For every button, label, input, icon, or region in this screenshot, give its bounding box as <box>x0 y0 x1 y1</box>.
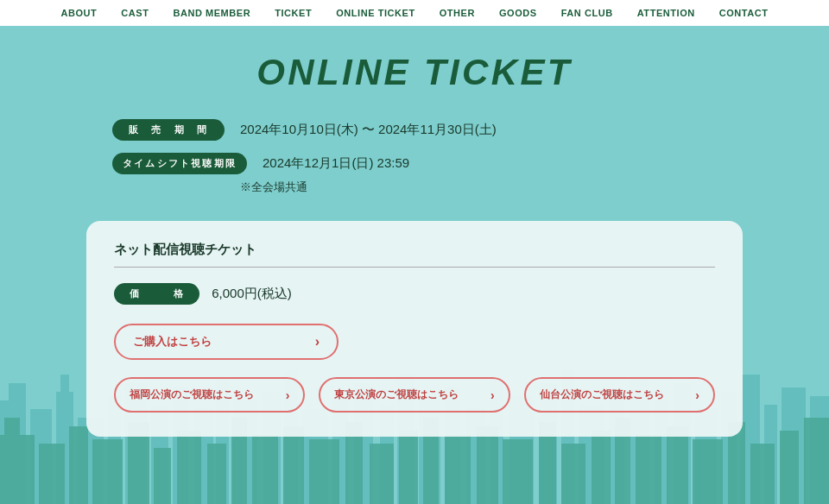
svg-rect-56 <box>477 426 498 504</box>
nav-other[interactable]: OTHER <box>440 8 475 18</box>
sale-period-value: 2024年10月10日(木) 〜 2024年11月30日(土) <box>240 122 497 138</box>
svg-rect-38 <box>0 435 35 504</box>
svg-rect-52 <box>370 444 394 504</box>
timeshift-value: 2024年12月1日(日) 23:59 <box>263 155 409 172</box>
price-label: 価 格 <box>114 283 199 305</box>
svg-rect-63 <box>667 426 688 504</box>
price-row: 価 格 6,000円(税込) <box>114 283 715 305</box>
nav-contact[interactable]: CONTACT <box>719 8 769 18</box>
info-section: 販 売 期 間 2024年10月10日(木) 〜 2024年11月30日(土) … <box>112 119 717 204</box>
venue-sendai-label: 仙台公演のご視聴はこちら <box>540 387 664 402</box>
venue-button-sendai[interactable]: 仙台公演のご視聴はこちら › <box>524 377 715 413</box>
price-value: 6,000円(税込) <box>212 286 292 302</box>
chevron-right-icon-fukuoka: › <box>286 388 290 402</box>
venue-button-fukuoka[interactable]: 福岡公演のご視聴はこちら › <box>114 377 305 413</box>
svg-rect-42 <box>92 439 123 504</box>
svg-rect-53 <box>399 431 418 504</box>
svg-rect-55 <box>445 435 471 504</box>
svg-rect-64 <box>693 439 723 504</box>
nav-online-ticket[interactable]: ONLINE TICKET <box>336 8 414 18</box>
nav-cast[interactable]: CAST <box>121 8 149 18</box>
svg-rect-66 <box>750 444 775 504</box>
svg-rect-41 <box>69 426 88 504</box>
svg-rect-46 <box>207 444 226 504</box>
navbar: ABOUT CAST BAND MEMBER TICKET ONLINE TIC… <box>0 0 829 26</box>
svg-rect-48 <box>252 435 278 504</box>
venue-fukuoka-label: 福岡公演のご視聴はこちら <box>130 387 254 402</box>
svg-rect-60 <box>592 431 611 504</box>
chevron-right-icon-tokyo: › <box>490 388 495 402</box>
nav-about[interactable]: ABOUT <box>60 8 97 18</box>
chevron-right-icon: › <box>315 334 320 350</box>
venue-buttons: 福岡公演のご視聴はこちら › 東京公演のご視聴はこちら › 仙台公演のご視聴はこ… <box>114 377 715 413</box>
chevron-right-icon-sendai: › <box>695 388 699 402</box>
sale-period-row: 販 売 期 間 2024年10月10日(木) 〜 2024年11月30日(土) <box>112 119 717 141</box>
purchase-button-label: ご購入はこちら <box>133 334 212 350</box>
purchase-button[interactable]: ご購入はこちら › <box>114 324 339 360</box>
venue-button-tokyo[interactable]: 東京公演のご視聴はこちら › <box>319 377 509 413</box>
nav-band-member[interactable]: BAND MEMBER <box>173 8 250 18</box>
svg-rect-57 <box>503 439 533 504</box>
ticket-card-title: ネット配信視聴チケット <box>114 242 715 268</box>
main-content: ONLINE TICKET 販 売 期 間 2024年10月10日(木) 〜 2… <box>0 26 829 437</box>
svg-rect-49 <box>283 426 304 504</box>
nav-attention[interactable]: ATTENTION <box>637 8 695 18</box>
svg-rect-62 <box>636 435 661 504</box>
ticket-card: ネット配信視聴チケット 価 格 6,000円(税込) ご購入はこちら › 福岡公… <box>86 221 743 437</box>
nav-ticket[interactable]: TICKET <box>275 8 312 18</box>
timeshift-row: タイムシフト視聴期限 2024年12月1日(日) 23:59 <box>112 153 717 174</box>
svg-rect-67 <box>780 431 799 504</box>
venue-tokyo-label: 東京公演のご視聴はこちら <box>334 387 459 402</box>
page-title: ONLINE TICKET <box>256 52 573 93</box>
svg-rect-44 <box>154 448 171 504</box>
svg-rect-40 <box>39 444 65 504</box>
svg-rect-50 <box>309 439 339 504</box>
svg-rect-45 <box>177 431 201 504</box>
svg-rect-59 <box>561 444 585 504</box>
timeshift-label: タイムシフト視聴期限 <box>112 153 247 174</box>
sale-period-label: 販 売 期 間 <box>112 119 225 141</box>
nav-goods[interactable]: GOODS <box>499 8 537 18</box>
timeshift-note: ※全会場共通 <box>240 180 717 195</box>
nav-fan-club[interactable]: FAN CLUB <box>561 8 613 18</box>
